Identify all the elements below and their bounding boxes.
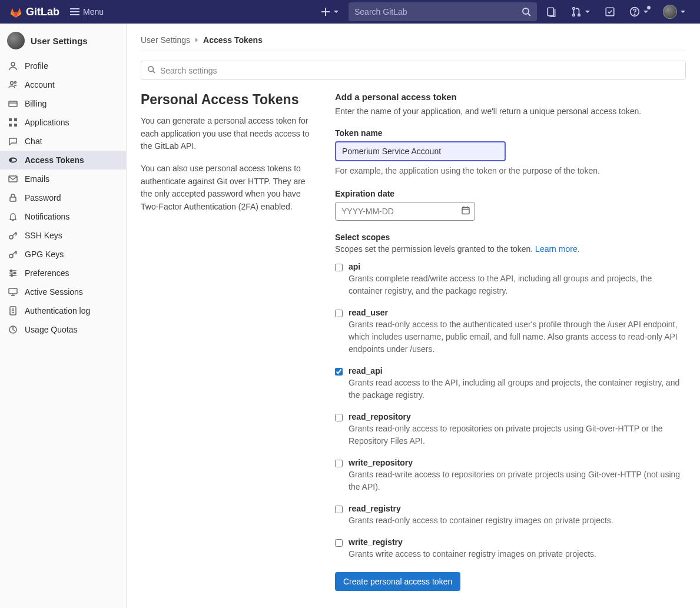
scope-desc: Grants write access to container registr…: [349, 548, 686, 560]
sidebar-item-emails[interactable]: Emails: [0, 170, 126, 188]
svg-line-6: [528, 14, 530, 16]
sidebar-item-account[interactable]: Account: [0, 75, 126, 94]
scope-checkbox-read_user[interactable]: [335, 310, 343, 317]
email-icon: [8, 174, 18, 184]
sidebar-item-label: Profile: [25, 61, 48, 71]
scope-item-read_api: read_apiGrants read access to the API, i…: [335, 366, 686, 401]
monitor-icon: [8, 287, 18, 297]
menu-button[interactable]: Menu: [64, 5, 110, 19]
learn-more-link[interactable]: Learn more.: [535, 244, 579, 254]
scope-item-read_registry: read_registryGrants read-only access to …: [335, 504, 686, 527]
scope-item-read_user: read_userGrants read-only access to the …: [335, 308, 686, 356]
scope-desc: Grants read-only access to container reg…: [349, 514, 686, 527]
sidebar-item-usage-quotas[interactable]: Usage Quotas: [0, 320, 126, 339]
avatar: [7, 32, 25, 49]
sidebar-item-active-sessions[interactable]: Active Sessions: [0, 283, 126, 301]
add-token-heading: Add a personal access token: [335, 92, 686, 102]
svg-point-43: [148, 67, 154, 72]
issues-button[interactable]: [542, 3, 562, 21]
gitlab-logo-icon: [9, 5, 22, 18]
global-search[interactable]: [349, 2, 537, 21]
settings-search-input[interactable]: [160, 66, 679, 75]
help-dropdown[interactable]: [625, 3, 653, 21]
expiration-input[interactable]: [335, 202, 475, 221]
sidebar-item-access-tokens[interactable]: Access Tokens: [0, 151, 126, 170]
applications-icon: [8, 118, 18, 127]
scope-item-write_repository: write_repositoryGrants read-write access…: [335, 458, 686, 493]
sidebar-item-password[interactable]: Password: [0, 188, 126, 207]
svg-point-8: [573, 8, 575, 9]
sidebar-item-authentication-log[interactable]: Authentication log: [0, 301, 126, 320]
scope-name: write_repository: [349, 458, 686, 467]
scope-checkbox-write_registry[interactable]: [335, 539, 343, 547]
key-icon: [8, 231, 18, 240]
todo-icon: [605, 6, 615, 17]
add-token-sub: Enter the name of your application, and …: [335, 105, 686, 118]
sidebar-item-label: Emails: [25, 174, 49, 184]
token-name-label: Token name: [335, 128, 686, 138]
chevron-down-icon: [333, 9, 339, 15]
brand[interactable]: GitLab: [9, 5, 59, 18]
todos-button[interactable]: [600, 3, 620, 21]
svg-rect-20: [14, 118, 17, 121]
svg-point-24: [11, 160, 12, 161]
scope-desc: Grants read-only access to the authentic…: [349, 318, 686, 356]
sidebar-item-label: Preferences: [25, 268, 69, 278]
svg-point-33: [14, 273, 16, 274]
svg-point-14: [11, 62, 15, 66]
lock-icon: [8, 193, 18, 202]
new-dropdown[interactable]: [316, 4, 344, 20]
page-title: Personal Access Tokens: [141, 92, 317, 108]
sidebar-item-billing[interactable]: Billing: [0, 94, 126, 113]
svg-rect-1: [70, 11, 79, 12]
create-token-button[interactable]: Create personal access token: [335, 572, 460, 591]
sidebar-item-applications[interactable]: Applications: [0, 113, 126, 132]
sidebar-item-label: Usage Quotas: [25, 325, 78, 334]
sidebar-item-notifications[interactable]: Notifications: [0, 207, 126, 226]
token-name-input[interactable]: [335, 141, 506, 161]
sidebar-item-preferences[interactable]: Preferences: [0, 264, 126, 283]
scope-checkbox-read_repository[interactable]: [335, 414, 343, 421]
svg-rect-2: [70, 14, 79, 15]
user-menu[interactable]: [658, 1, 691, 22]
merge-request-icon: [571, 6, 582, 17]
sidebar-header[interactable]: User Settings: [0, 28, 126, 57]
sidebar-item-label: Active Sessions: [25, 287, 83, 297]
sidebar-item-gpg-keys[interactable]: GPG Keys: [0, 245, 126, 264]
scope-checkbox-write_repository[interactable]: [335, 460, 343, 467]
log-icon: [8, 306, 18, 315]
sidebar-item-label: SSH Keys: [25, 231, 62, 240]
scope-item-api: apiGrants complete read/write access to …: [335, 262, 686, 297]
sidebar-item-label: GPG Keys: [25, 250, 64, 259]
sidebar-item-profile[interactable]: Profile: [0, 57, 126, 75]
scope-checkbox-read_registry[interactable]: [335, 506, 343, 513]
sidebar-item-label: Authentication log: [25, 306, 90, 315]
svg-rect-0: [70, 8, 79, 9]
merge-requests-dropdown[interactable]: [566, 3, 595, 21]
svg-rect-19: [9, 118, 12, 121]
help-icon: [629, 6, 640, 17]
breadcrumb-parent[interactable]: User Settings: [141, 35, 190, 45]
sidebar-item-ssh-keys[interactable]: SSH Keys: [0, 226, 126, 245]
scope-checkbox-api[interactable]: [335, 264, 343, 271]
chevron-down-icon: [585, 9, 590, 15]
scope-item-write_registry: write_registryGrants write access to con…: [335, 537, 686, 560]
scope-desc: Grants read-write access to repositories…: [349, 469, 686, 493]
sidebar-item-label: Notifications: [25, 212, 69, 221]
calendar-icon[interactable]: [461, 206, 470, 217]
profile-icon: [8, 61, 18, 71]
key-icon: [8, 250, 18, 259]
billing-icon: [8, 99, 18, 108]
scope-item-read_repository: read_repositoryGrants read-only access t…: [335, 412, 686, 447]
svg-rect-25: [9, 176, 17, 182]
issues-icon: [546, 6, 557, 17]
sidebar-item-chat[interactable]: Chat: [0, 132, 126, 151]
sidebar-item-label: Account: [25, 80, 55, 89]
global-search-input[interactable]: [354, 7, 522, 16]
settings-search[interactable]: [141, 61, 686, 80]
svg-rect-26: [10, 197, 16, 201]
sidebar-item-label: Billing: [25, 99, 47, 108]
sidebar-item-label: Applications: [25, 118, 69, 127]
scope-checkbox-read_api[interactable]: [335, 368, 343, 376]
hamburger-icon: [70, 7, 79, 16]
